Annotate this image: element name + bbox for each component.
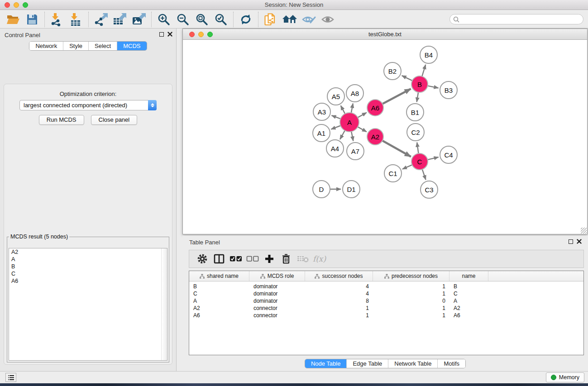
cell-name[interactable]: C <box>449 290 488 297</box>
graph-node-A8[interactable]: A8 <box>346 84 364 102</box>
mcds-result-item[interactable]: C <box>9 270 167 277</box>
cell-shared-name[interactable]: B <box>189 283 249 290</box>
cell-successor-nodes[interactable]: 1 <box>305 305 373 312</box>
cell-shared-name[interactable]: A6 <box>189 312 249 319</box>
close-panel-icon[interactable] <box>167 32 172 37</box>
zoom-window-button[interactable] <box>23 2 28 8</box>
cell-predecessor-nodes[interactable]: 1 <box>373 305 449 312</box>
graph-edge-B-B1[interactable] <box>417 92 419 102</box>
graph-node-A1[interactable]: A1 <box>312 124 330 142</box>
export-table-icon[interactable] <box>110 12 129 27</box>
column-header-name[interactable]: name <box>449 271 488 281</box>
tab-motifs[interactable]: Motifs <box>438 359 465 368</box>
refresh-icon[interactable] <box>236 12 255 27</box>
mcds-result-item[interactable]: A6 <box>9 277 167 285</box>
graph-edge-A-A1[interactable] <box>331 125 341 129</box>
graph-node-C[interactable]: C <box>411 153 428 170</box>
cell-MCDS-role[interactable]: dominator <box>249 297 305 305</box>
zoom-in-icon[interactable] <box>154 12 173 27</box>
column-header-successor-nodes[interactable]: successor nodes <box>305 271 373 281</box>
table-row[interactable]: A2connector11A2 <box>189 305 583 312</box>
table-row[interactable]: Cdominator41C <box>189 290 583 297</box>
cell-predecessor-nodes[interactable]: 1 <box>373 283 449 290</box>
show-all-eye-icon[interactable] <box>318 12 337 27</box>
graph-edge-C-C4[interactable] <box>427 157 439 160</box>
close-panel-button[interactable]: Close panel <box>91 115 138 125</box>
graph-edge-A2-C[interactable] <box>382 140 411 157</box>
graph-edge-A-A8[interactable] <box>351 104 353 114</box>
mcds-result-item[interactable]: A <box>9 256 167 263</box>
deselect-all-checkboxes-icon[interactable] <box>244 252 261 266</box>
import-table-icon[interactable] <box>67 12 86 27</box>
graph-edge-A-A6[interactable] <box>357 113 366 118</box>
graph-node-B3[interactable]: B3 <box>440 81 458 99</box>
hide-selected-eye-icon[interactable] <box>299 12 318 27</box>
table-row[interactable]: Adominator80A <box>189 297 583 305</box>
network-list-button[interactable] <box>5 373 16 382</box>
cell-MCDS-role[interactable]: connector <box>249 312 305 319</box>
network-minimize-button[interactable] <box>198 32 204 37</box>
cell-MCDS-role[interactable]: dominator <box>249 283 305 290</box>
cell-successor-nodes[interactable]: 4 <box>305 290 373 297</box>
cell-name[interactable]: A <box>449 297 488 305</box>
cell-successor-nodes[interactable]: 4 <box>305 283 373 290</box>
graph-node-C3[interactable]: C3 <box>420 181 438 199</box>
graph-node-A5[interactable]: A5 <box>327 87 345 105</box>
network-canvas[interactable]: B4B2BB3A5A8A6A3AB1A1A2C2A4A7C4CC1C3DD1 <box>183 40 587 234</box>
column-header-MCDS-role[interactable]: MCDS role <box>249 271 305 281</box>
table-row[interactable]: Bdominator41B <box>189 283 583 290</box>
graph-node-B1[interactable]: B1 <box>406 103 424 121</box>
graph-node-B[interactable]: B <box>411 76 428 93</box>
graph-edge-B-B3[interactable] <box>427 86 439 88</box>
graph-edge-A-A3[interactable] <box>332 115 341 119</box>
graph-edge-A-A2[interactable] <box>357 127 366 132</box>
cell-name[interactable]: A6 <box>449 312 488 319</box>
graph-edge-A6-B[interactable] <box>382 89 411 104</box>
cell-predecessor-nodes[interactable]: 1 <box>373 290 449 297</box>
graph-edge-B-B2[interactable] <box>402 76 413 81</box>
graph-node-B2[interactable]: B2 <box>383 62 402 80</box>
graph-node-A7[interactable]: A7 <box>346 142 364 160</box>
cell-shared-name[interactable]: C <box>189 290 249 297</box>
select-all-checkboxes-icon[interactable] <box>227 252 244 266</box>
result-list-scrollbar[interactable] <box>161 248 167 360</box>
graph-edge-C-C3[interactable] <box>422 169 425 180</box>
tab-node-table[interactable]: Node Table <box>305 359 347 368</box>
tab-network[interactable]: Network <box>29 42 63 50</box>
cell-shared-name[interactable]: A <box>189 297 249 305</box>
cell-successor-nodes[interactable]: 1 <box>305 312 373 319</box>
open-folder-icon[interactable] <box>4 12 23 27</box>
graph-node-C2[interactable]: C2 <box>406 123 425 141</box>
float-panel-icon[interactable] <box>159 32 164 37</box>
zoom-out-icon[interactable] <box>173 12 192 27</box>
tab-select[interactable]: Select <box>89 42 117 50</box>
memory-button[interactable]: Memory <box>546 372 584 382</box>
graph-edge-C-C2[interactable] <box>417 143 419 154</box>
tab-style[interactable]: Style <box>63 42 89 50</box>
save-icon[interactable] <box>23 12 42 27</box>
tab-edge-table[interactable]: Edge Table <box>347 359 388 368</box>
export-image-icon[interactable] <box>129 12 148 27</box>
column-header-shared-name[interactable]: shared name <box>189 271 249 281</box>
graph-node-C1[interactable]: C1 <box>384 164 402 182</box>
graph-node-A6[interactable]: A6 <box>367 99 384 116</box>
column-header-predecessor-nodes[interactable]: predecessor nodes <box>373 271 449 281</box>
graph-edge-B-B4[interactable] <box>422 65 425 77</box>
cell-name[interactable]: B <box>449 283 488 290</box>
close-window-button[interactable] <box>5 2 10 8</box>
network-zoom-button[interactable] <box>207 32 213 37</box>
zoom-fit-icon[interactable] <box>192 12 211 27</box>
zoom-selected-icon[interactable] <box>211 12 230 27</box>
cell-shared-name[interactable]: A2 <box>189 305 249 312</box>
graph-node-A4[interactable]: A4 <box>326 139 344 157</box>
duplicate-network-icon[interactable] <box>261 12 280 27</box>
mcds-result-item[interactable]: B <box>9 263 167 270</box>
float-table-panel-icon[interactable] <box>569 239 573 244</box>
cell-MCDS-role[interactable]: dominator <box>249 290 305 297</box>
cell-name[interactable]: A2 <box>449 305 488 312</box>
columns-icon[interactable] <box>210 252 227 266</box>
delete-column-trash-icon[interactable] <box>277 252 294 266</box>
close-table-panel-icon[interactable] <box>577 239 582 244</box>
graph-node-A3[interactable]: A3 <box>313 103 331 121</box>
import-network-icon[interactable] <box>48 12 67 27</box>
